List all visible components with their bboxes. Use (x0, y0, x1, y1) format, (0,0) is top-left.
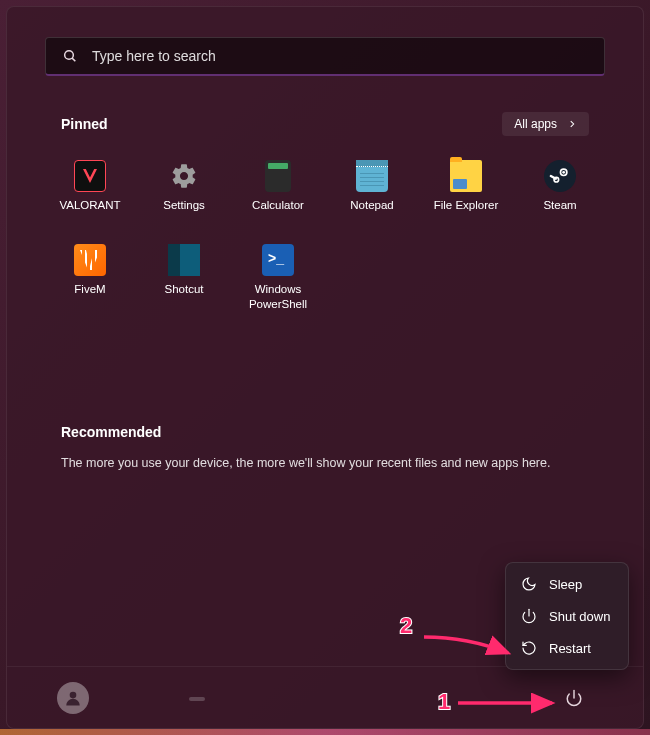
power-menu: Sleep Shut down Restart (505, 562, 629, 670)
app-notepad[interactable]: Notepad (325, 154, 419, 234)
shutdown-icon (521, 608, 537, 624)
app-steam[interactable]: Steam (513, 154, 607, 234)
svg-point-3 (562, 171, 565, 174)
svg-line-1 (72, 58, 75, 61)
app-shotcut[interactable]: Shotcut (137, 238, 231, 318)
pinned-apps-grid: VALORANT Settings Calculator Notepad Fil… (25, 154, 625, 318)
fivem-icon (74, 244, 106, 276)
app-calculator[interactable]: Calculator (231, 154, 325, 234)
sleep-icon (521, 576, 537, 592)
app-file-explorer[interactable]: File Explorer (419, 154, 513, 234)
user-icon (63, 688, 83, 708)
power-button[interactable] (555, 679, 593, 717)
power-icon (565, 689, 583, 707)
power-menu-restart[interactable]: Restart (511, 632, 623, 664)
recommended-text: The more you use your device, the more w… (61, 456, 589, 470)
pinned-header: Pinned All apps (25, 112, 625, 136)
all-apps-button[interactable]: All apps (502, 112, 589, 136)
app-powershell[interactable]: Windows PowerShell (231, 238, 325, 318)
app-valorant[interactable]: VALORANT (43, 154, 137, 234)
search-icon (62, 48, 78, 64)
svg-point-0 (65, 51, 74, 60)
recommended-title: Recommended (61, 424, 589, 440)
app-fivem[interactable]: FiveM (43, 238, 137, 318)
gear-icon (168, 160, 200, 192)
svg-point-5 (70, 691, 77, 698)
power-menu-shutdown[interactable]: Shut down (511, 600, 623, 632)
search-placeholder: Type here to search (92, 48, 216, 64)
restart-icon (521, 640, 537, 656)
app-settings[interactable]: Settings (137, 154, 231, 234)
drag-handle[interactable] (189, 697, 205, 701)
all-apps-label: All apps (514, 117, 557, 131)
notepad-icon (356, 160, 388, 192)
chevron-right-icon (567, 119, 577, 129)
steam-icon (544, 160, 576, 192)
pinned-title: Pinned (61, 116, 108, 132)
shotcut-icon (168, 244, 200, 276)
valorant-icon (74, 160, 106, 192)
calculator-icon (265, 160, 291, 192)
user-account-button[interactable] (57, 682, 89, 714)
search-input[interactable]: Type here to search (45, 37, 605, 76)
recommended-section: Recommended The more you use your device… (25, 424, 625, 470)
powershell-icon (262, 244, 294, 276)
folder-icon (450, 160, 482, 192)
start-menu: Type here to search Pinned All apps VALO… (6, 6, 644, 729)
start-menu-footer (7, 666, 643, 728)
power-menu-sleep[interactable]: Sleep (511, 568, 623, 600)
